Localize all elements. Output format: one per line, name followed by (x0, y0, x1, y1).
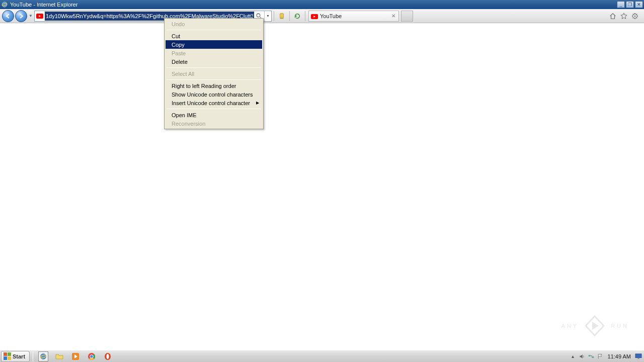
tray-network-icon[interactable] (588, 353, 595, 360)
svg-rect-5 (280, 18, 284, 19)
forward-button[interactable] (15, 10, 27, 22)
window-titlebar: YouTube - Internet Explorer _ ❐ ✕ (0, 0, 644, 9)
context-menu-item[interactable]: Cut (166, 32, 262, 40)
tab-favicon (311, 13, 318, 20)
tab-label: YouTube (320, 13, 388, 19)
navigation-bar: ▼ ▼ YouTube ✕ (0, 9, 644, 23)
start-label: Start (13, 353, 25, 359)
tray-volume-icon[interactable] (579, 353, 586, 360)
context-menu-separator (167, 79, 261, 80)
submenu-arrow-icon: ▶ (256, 101, 259, 105)
context-menu-item: Undo (166, 20, 262, 28)
context-menu: UndoCutCopyPasteDeleteSelect AllRight to… (164, 18, 264, 129)
svg-rect-19 (592, 356, 594, 358)
svg-rect-18 (588, 355, 590, 356)
tray-monitor-icon[interactable] (635, 353, 642, 360)
context-menu-item[interactable]: Show Unicode control characters (166, 90, 262, 99)
address-favicon (36, 12, 44, 20)
minimize-button[interactable]: _ (617, 1, 625, 8)
taskbar-ie-icon[interactable] (38, 351, 48, 361)
taskbar-clock[interactable]: 11:49 AM (606, 353, 633, 359)
context-menu-separator (167, 109, 261, 109)
separator (274, 11, 274, 21)
taskbar: Start ▴ 11:49 AM (0, 350, 644, 362)
taskbar-media-icon[interactable] (70, 351, 80, 361)
svg-rect-21 (637, 358, 639, 359)
windows-logo-icon (4, 352, 12, 360)
taskbar-separator (33, 351, 33, 361)
svg-point-17 (107, 354, 109, 359)
tab-close-icon[interactable]: ✕ (390, 13, 396, 19)
new-tab-button[interactable] (401, 11, 413, 22)
home-icon[interactable] (609, 12, 617, 20)
taskbar-chrome-icon[interactable] (87, 351, 97, 361)
tray-expand-icon[interactable]: ▴ (570, 353, 577, 360)
separator (289, 11, 290, 21)
context-menu-item[interactable]: Open IME (166, 111, 262, 119)
tray-flag-icon[interactable] (597, 353, 604, 360)
start-button[interactable]: Start (1, 351, 30, 362)
browser-tab[interactable]: YouTube ✕ (308, 11, 399, 22)
context-menu-separator (167, 30, 261, 30)
address-dropdown[interactable]: ▼ (264, 11, 271, 21)
compat-view-button[interactable] (276, 11, 287, 22)
svg-rect-4 (280, 13, 284, 18)
context-menu-item: Reconversion (166, 119, 262, 128)
context-menu-item[interactable]: Copy (166, 40, 262, 49)
context-menu-item[interactable]: Right to left Reading order (166, 81, 262, 90)
tools-icon[interactable] (631, 12, 639, 20)
system-tray: ▴ 11:49 AM (568, 351, 644, 362)
refresh-button[interactable] (292, 11, 303, 22)
nav-history-dropdown[interactable]: ▼ (28, 12, 33, 21)
favorites-icon[interactable] (620, 12, 628, 20)
context-menu-item: Paste (166, 49, 262, 57)
youtube-icon (36, 14, 43, 19)
context-menu-separator (167, 67, 261, 68)
ie-icon (1, 1, 8, 8)
close-window-button[interactable]: ✕ (635, 1, 643, 8)
taskbar-explorer-icon[interactable] (54, 351, 64, 361)
page-content (0, 23, 644, 350)
taskbar-opera-icon[interactable] (103, 351, 113, 361)
window-title: YouTube - Internet Explorer (10, 2, 617, 8)
separator (305, 11, 305, 21)
svg-rect-20 (635, 353, 641, 357)
maximize-button[interactable]: ❐ (626, 1, 634, 8)
back-button[interactable] (2, 10, 14, 22)
youtube-icon (311, 14, 318, 19)
context-menu-item[interactable]: Delete (166, 57, 262, 66)
context-menu-item[interactable]: Insert Unicode control character▶ (166, 99, 262, 107)
svg-point-7 (634, 15, 636, 17)
svg-point-2 (257, 14, 260, 17)
context-menu-item: Select All (166, 69, 262, 78)
